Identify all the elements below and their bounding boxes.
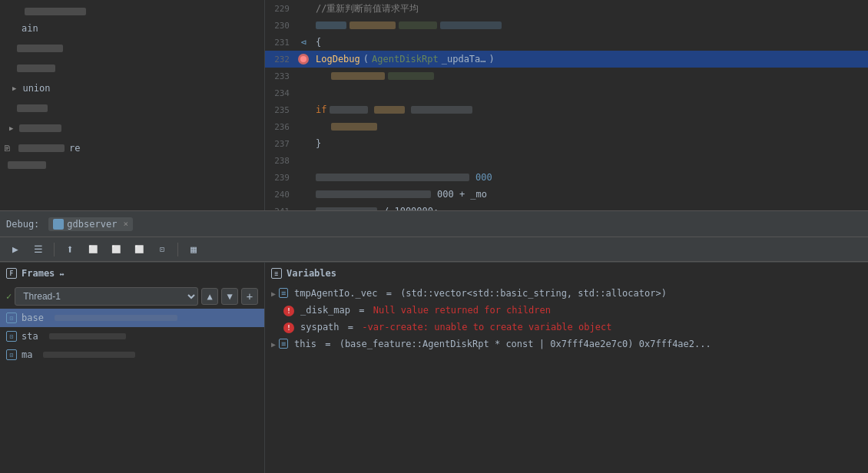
frames-panel-icon: F [6,268,17,279]
variables-header: ≡ Variables [265,263,868,284]
variables-title: Variables [287,268,336,279]
var-name-syspath: syspath [300,322,340,332]
var-equals-tmpagentio: = [380,288,397,299]
frame-name-ma: ma [22,349,32,360]
var-list: ≡ tmpAgentIo._vec = (std::vector<std::ba… [265,284,868,473]
tree-item-6[interactable] [0,100,264,117]
tree-item-3[interactable] [0,40,264,57]
var-name-this: this [294,339,316,349]
tree-item-5[interactable]: ▶ union [0,80,264,97]
var-equals-this: = [320,339,336,349]
toolbar-frames-button[interactable]: ☰ [29,241,48,258]
var-name-diskmap: _disk_map [300,305,350,316]
code-line-241: 241 / 1000000; [265,203,868,210]
var-name-tmpagentio: tmpAgentIo._vec [294,288,377,299]
var-value-syspath: -var-create: unable to create variable o… [362,322,611,332]
code-line-230: 230 [265,17,868,34]
toolbar: ▶ ☰ ⬆ ⬜ ⬜ ⬜ ⊡ ▦ [0,237,868,262]
code-line-235: 235 if [265,101,868,118]
thread-dropdown[interactable]: Thread-1 [15,287,198,306]
var-item-tmpagentio[interactable]: ≡ tmpAgentIo._vec = (std::vector<std::ba… [265,286,868,303]
code-line-239: 239 000 [265,169,868,186]
thread-check-icon: ✓ [6,291,12,302]
left-panel: ain ▶ union ▶ 🖹 re [0,0,265,210]
code-line-232: 232 LogDebug( AgentDiskRpt _updaTa… ) [265,51,868,68]
session-icon [53,219,64,230]
bottom-area: F Frames ↔ ✓ Thread-1 ▲ ▼ + ⊡ base ⊡ sta [0,262,868,473]
code-panel: 229 //重新判断前值请求平均 230 231 ⊲ [265,0,868,210]
frame-item-sta[interactable]: ⊡ sta [0,327,264,346]
debug-bar: Debug: gdbserver × [0,210,868,237]
code-line-233: 233 [265,68,868,84]
var-error-icon-diskmap: ! [283,306,294,316]
toolbar-btn-5[interactable]: ⊡ [153,241,171,258]
toolbar-resume-button[interactable]: ▶ [6,241,25,258]
frame-item-base[interactable]: ⊡ base [0,309,264,327]
var-value-tmpagentio: (std::vector<std::basic_string, std::all… [400,288,667,299]
debug-session[interactable]: gdbserver × [48,217,133,231]
tree-item-8[interactable]: 🖹 re [0,140,264,157]
thread-nav-up-button[interactable]: ▲ [201,288,218,305]
tree-item-2[interactable]: ain [0,20,264,37]
frame-list: ⊡ base ⊡ sta ⊡ ma [0,309,264,473]
thread-nav-down-button[interactable]: ▼ [221,288,238,305]
var-arrow-tmpagentio[interactable] [271,289,276,298]
var-equals-diskmap: = [353,305,370,316]
code-lines: 229 //重新判断前值请求平均 230 231 ⊲ [265,0,868,210]
toolbar-table-button[interactable]: ▦ [184,241,203,258]
frame-name-base: base [22,313,44,323]
code-line-237: 237 } [265,135,868,152]
code-line-231: 231 ⊲ { [265,34,868,51]
tree-item-7[interactable]: ▶ [0,120,264,137]
tree-item-1[interactable] [0,3,264,20]
var-value-this: (base_feature::AgentDiskRpt * const | 0x… [340,339,711,349]
frame-item-ma[interactable]: ⊡ ma [0,346,264,364]
tree-item-4[interactable] [0,60,264,77]
breakpoint-icon [298,54,309,64]
variables-panel-icon: ≡ [271,268,282,279]
frame-icon-sta: ⊡ [6,331,17,342]
toolbar-btn-4[interactable]: ⬜ [130,241,148,258]
code-line-234: 234 [265,84,868,101]
toolbar-separator-1 [54,243,55,256]
add-watch-button[interactable]: + [241,288,258,305]
toolbar-step-over-button[interactable]: ⬆ [61,241,79,258]
code-line-236: 236 [265,118,868,135]
code-line-238: 238 [265,152,868,169]
var-item-diskmap[interactable]: ! _disk_map = Null value returned for ch… [265,303,868,319]
frames-title: Frames [22,268,55,279]
var-value-diskmap: Null value returned for children [373,305,551,316]
var-item-this[interactable]: ≡ this = (base_feature::AgentDiskRpt * c… [265,336,868,353]
toolbar-separator-2 [177,243,178,256]
frames-panel-arrow: ↔ [59,270,64,278]
variables-panel: ≡ Variables ≡ tmpAgentIo._vec = (std::ve… [265,263,868,473]
tree-item-9[interactable] [0,157,264,174]
toolbar-btn-2[interactable]: ⬜ [84,241,102,258]
var-arrow-this[interactable] [271,340,276,349]
frames-header: F Frames ↔ [0,263,264,284]
frames-panel: F Frames ↔ ✓ Thread-1 ▲ ▼ + ⊡ base ⊡ sta [0,263,265,473]
frame-icon-ma: ⊡ [6,349,17,360]
code-line-240: 240 000 + _mo [265,186,868,203]
toolbar-btn-3[interactable]: ⬜ [107,241,125,258]
session-name: gdbserver [67,219,117,230]
frame-name-sta: sta [22,331,38,342]
frame-icon-base: ⊡ [6,313,17,323]
main-area: ain ▶ union ▶ 🖹 re [0,0,868,210]
var-item-syspath[interactable]: ! syspath = -var-create: unable to creat… [265,319,868,336]
code-line-229: 229 //重新判断前值请求平均 [265,0,868,17]
thread-selector: ✓ Thread-1 ▲ ▼ + [0,284,264,309]
debug-label: Debug: [6,219,39,230]
close-session-button[interactable]: × [123,219,128,229]
var-error-icon-syspath: ! [283,322,294,333]
var-equals-syspath: = [343,322,359,332]
